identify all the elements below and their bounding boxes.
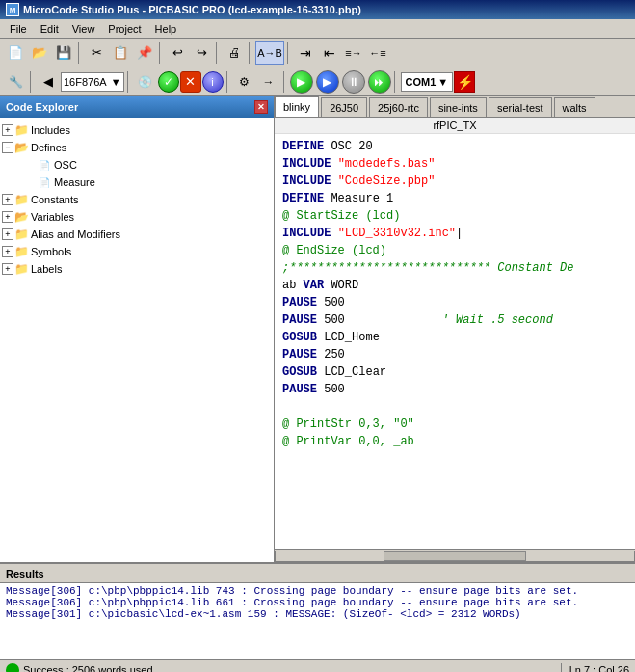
labels-folder-icon: 📁 [13,261,29,277]
menu-view[interactable]: View [66,21,101,37]
symbols-label: Symbols [31,246,71,257]
measure-label: Measure [54,176,95,188]
code-line-13: PAUSE 250 [282,346,627,363]
code-line-8: ;***************************** Constant … [282,259,627,277]
code-line-16 [282,398,627,416]
code-line-14: GOSUB LCD_Clear [282,363,627,381]
port-button[interactable]: → [257,70,280,94]
tab-25j60-rtc[interactable]: 25j60-rtc [369,97,428,117]
horizontal-scrollbar[interactable] [275,549,635,562]
sep5 [287,42,291,64]
find-button[interactable]: A→B [255,41,284,65]
tree-measure[interactable]: 📄 Measure [2,174,272,191]
status-text: Success : 2506 words used. [23,664,156,672]
redo-button[interactable]: ↪ [190,41,213,65]
code-line-10: PAUSE 500 [282,294,627,311]
com-arrow: ▼ [437,76,448,88]
tabs-bar: blinky 26J50 25j60-rtc sine-ints serial-… [275,96,635,118]
copy-button[interactable]: 📋 [109,41,132,65]
toolbar-device: 🔧 ◀ 16F876A ▼ 💿 ✓ ✕ i ⚙ → ▶ ▶ ⏸ ⏭ COM1 ▼… [0,67,635,96]
symbols-expand[interactable]: + [2,246,13,257]
cut-button[interactable]: ✂ [85,41,108,65]
constants-expand[interactable]: + [2,194,13,205]
alias-folder-icon: 📁 [13,227,29,242]
explorer-title: Code Explorer [6,101,78,113]
outdent-button[interactable]: ⇤ [318,41,341,65]
labels-label: Labels [31,263,62,275]
sep10 [394,71,398,93]
tree-variables[interactable]: + 📂 Variables [2,208,272,226]
results-content[interactable]: Message[306] c:\pbp\pbppic14.lib 743 : C… [0,583,635,659]
cursor-position: Ln 7 : Col 26 [569,664,629,672]
results-panel: Results Message[306] c:\pbp\pbppic14.lib… [0,562,635,659]
menu-file[interactable]: File [4,21,33,37]
includes-folder-icon: 📁 [13,122,29,138]
defines-expand[interactable]: − [2,142,13,153]
variables-expand[interactable]: + [2,211,13,223]
sep3 [216,42,220,64]
title-bar: M MicroCode Studio Plus - PICBASIC PRO (… [0,0,635,19]
osc-label: OSC [54,159,77,171]
stop-button[interactable]: ✕ [180,71,201,93]
back-button[interactable]: ◀ [37,70,60,94]
code-line-17: @ PrintStr 0,3, "0" [282,416,627,433]
tab-walts[interactable]: walts [554,97,595,117]
run2-button[interactable]: ▶ [316,70,339,94]
explorer-tree: + 📁 Includes − 📂 Defines 📄 OSC 📄 Measure [0,118,274,562]
device-value: 16F876A [64,76,107,88]
alias-expand[interactable]: + [2,228,13,240]
status-left: Success : 2506 words used. [6,663,156,672]
menu-project[interactable]: Project [102,21,146,37]
tree-constants[interactable]: + 📁 Constants [2,191,272,208]
print-button[interactable]: 🖨 [223,41,246,65]
code-editor[interactable]: DEFINE OSC 20 INCLUDE "modedefs.bas" INC… [275,134,635,549]
content-area: Code Explorer ✕ + 📁 Includes − 📂 Defines… [0,96,635,562]
code-line-1: DEFINE OSC 20 [282,138,627,155]
tab-sine-ints[interactable]: sine-ints [430,97,487,117]
code-line-18: @ PrintVar 0,0, _ab [282,433,627,450]
includes-label: Includes [31,124,70,136]
results-msg-2: Message[306] c:\pbp\pbppic14.lib 661 : C… [6,597,629,608]
wizard-button[interactable]: 🔧 [4,70,27,94]
tree-symbols[interactable]: + 📁 Symbols [2,243,272,260]
wizard2-button[interactable]: ⚙ [233,70,256,94]
pause-button[interactable]: ⏸ [342,70,365,94]
run3-button[interactable]: ⏭ [368,70,391,94]
tree-labels[interactable]: + 📁 Labels [2,260,272,278]
tree-defines[interactable]: − 📂 Defines [2,139,272,156]
open-button[interactable]: 📂 [28,41,51,65]
status-bar: Success : 2506 words used. Ln 7 : Col 26 [0,659,635,672]
code-line-12: GOSUB LCD_Home [282,329,627,346]
indent-button[interactable]: ⇥ [294,41,317,65]
includes-expand[interactable]: + [2,124,13,136]
chip-button[interactable]: 💿 [134,70,157,94]
explorer-close-button[interactable]: ✕ [254,100,268,114]
com-value: COM1 [406,76,437,88]
tab-blinky[interactable]: blinky [275,96,319,117]
new-button[interactable]: 📄 [4,41,27,65]
undo-button[interactable]: ↩ [166,41,189,65]
tree-alias[interactable]: + 📁 Alias and Modifiers [2,226,272,243]
indent2-button[interactable]: ≡→ [342,41,365,65]
tree-includes[interactable]: + 📁 Includes [2,121,272,139]
menu-edit[interactable]: Edit [35,21,65,37]
device-dropdown[interactable]: 16F876A ▼ [61,72,124,92]
paste-button[interactable]: 📌 [133,41,156,65]
outdent2-button[interactable]: ←≡ [366,41,389,65]
hscroll-track[interactable] [275,551,635,562]
results-title: Results [6,568,44,579]
info-button[interactable]: i [202,71,224,93]
status-divider [561,663,562,672]
tab-serial-test[interactable]: serial-test [489,97,552,117]
hscroll-thumb[interactable] [384,551,527,561]
com-config-button[interactable]: ⚡ [454,71,475,93]
run-button[interactable]: ▶ [290,70,313,94]
tree-osc[interactable]: 📄 OSC [2,156,272,174]
labels-expand[interactable]: + [2,263,13,275]
menu-help[interactable]: Help [149,21,183,37]
compile-button[interactable]: ✓ [158,71,179,93]
variables-label: Variables [31,211,74,223]
save-button[interactable]: 💾 [52,41,75,65]
tab-26j50[interactable]: 26J50 [321,97,367,117]
com-label: COM1 ▼ [401,72,454,92]
